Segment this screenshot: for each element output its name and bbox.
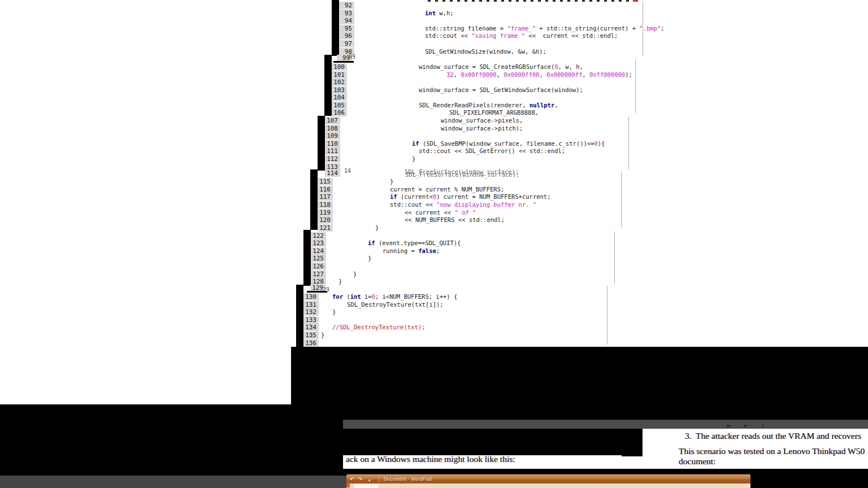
titlebar-separator bbox=[379, 476, 379, 482]
line-number: 111 bbox=[325, 147, 340, 155]
code-line: } bbox=[353, 271, 357, 278]
gutter-glitch-bar bbox=[318, 116, 325, 171]
window-border-line bbox=[635, 59, 636, 113]
screenshot-stage: 9293int w,h;9495std::string filename = "… bbox=[0, 0, 868, 488]
window-border-line bbox=[621, 171, 622, 228]
line-number: 94 bbox=[339, 17, 354, 24]
code-line: << NUM_BUFFERS << std::endl; bbox=[405, 216, 505, 224]
code-line: std::cout << "now displaying buffer nr. … bbox=[390, 201, 536, 208]
line-number: 123 bbox=[311, 239, 326, 247]
gutter-glitch-bar bbox=[332, 0, 339, 56]
line-number: 119 bbox=[318, 209, 333, 216]
black-glitch-band-upper bbox=[291, 347, 868, 405]
paper-document-line: document: bbox=[679, 456, 715, 467]
line-number: 104 bbox=[332, 94, 347, 101]
line-number: 122 bbox=[311, 232, 326, 239]
code-line: } bbox=[368, 255, 371, 262]
code-line: std::cout << "saving frame " << current … bbox=[425, 32, 618, 40]
line-number: 103 bbox=[332, 86, 347, 94]
code-line: << current << " of " bbox=[405, 209, 476, 216]
gutter-glitch-bar bbox=[310, 169, 318, 230]
paper-attack-line-clipped: ack on a Windows machine might look like… bbox=[346, 454, 515, 464]
garble-underline bbox=[307, 291, 327, 293]
black-overlay-box bbox=[622, 429, 643, 456]
line-number: 136 bbox=[303, 339, 319, 347]
code-line: 32, 0x00ff0000, 0x0000ff00, 0x000000ff, … bbox=[446, 71, 632, 79]
redo-icon[interactable]: ↷ bbox=[358, 476, 362, 483]
code-line: } bbox=[390, 178, 393, 185]
code-line: SDL_RenderReadPixels(renderer, nullptr, bbox=[419, 102, 558, 109]
code-line: } bbox=[375, 224, 379, 232]
code-line: } bbox=[338, 278, 342, 285]
line-number: 108 bbox=[325, 125, 340, 132]
code-line: } bbox=[321, 332, 324, 339]
garble-underline bbox=[333, 61, 354, 63]
clipped-code-fragment-red bbox=[633, 0, 638, 2]
line-number: 126 bbox=[311, 263, 326, 270]
code-line: SDL_GetWindowSize(window, &w, &h); bbox=[425, 48, 546, 55]
line-number: 117 bbox=[318, 193, 333, 201]
line-number: 100 bbox=[332, 63, 347, 71]
wordpad-window-title: Document - WordPad bbox=[384, 476, 432, 482]
line-number: 124 bbox=[311, 247, 326, 255]
code-line: if (SDL_SaveBMP(window_surface, filename… bbox=[412, 140, 605, 147]
wordpad-window: ↶ ↷ ▾ Document - WordPad bbox=[346, 473, 750, 488]
code-line: window_surface->pixels, bbox=[441, 117, 523, 124]
line-number: 131 bbox=[303, 301, 319, 308]
line-number: 112 bbox=[325, 155, 340, 163]
garbled-number-ghost: 99 bbox=[349, 54, 355, 60]
code-line: current = current % NUM_BUFFERS; bbox=[390, 186, 504, 193]
line-number: 133 bbox=[303, 316, 319, 324]
clipped-code-line-fragment bbox=[428, 0, 632, 2]
wordpad-ribbon-strip bbox=[346, 483, 750, 488]
black-glitch-band-full bbox=[0, 404, 868, 420]
line-number: 135 bbox=[303, 332, 319, 339]
code-line: } bbox=[332, 308, 336, 316]
line-number: 101 bbox=[332, 71, 347, 79]
code-line: } bbox=[412, 155, 415, 163]
line-number: 96 bbox=[339, 32, 354, 40]
wordpad-quickbar-box[interactable] bbox=[354, 484, 379, 488]
garbled-number-ghost: 14 bbox=[344, 168, 351, 174]
black-overlay-left bbox=[343, 429, 643, 455]
line-number: 115 bbox=[318, 178, 333, 185]
line-number: 118 bbox=[318, 201, 333, 208]
black-glitch-left bbox=[0, 420, 343, 476]
code-line: if (current<0) current = NUM_BUFFERS+cur… bbox=[390, 193, 551, 201]
undo-icon[interactable]: ↶ bbox=[350, 476, 354, 483]
code-line: SDL_PIXELFORMAT_ARGB8888, bbox=[449, 109, 539, 116]
wordpad-app-button-fragment[interactable] bbox=[346, 483, 350, 487]
line-number: 127 bbox=[311, 271, 326, 278]
window-border-line bbox=[614, 232, 615, 284]
paper-scenario-line: This scenario was tested on a Lenovo Thi… bbox=[679, 446, 865, 456]
line-number: 93 bbox=[339, 10, 354, 17]
code-line: std::cout << SDL_GetError() << std::endl… bbox=[419, 147, 565, 155]
line-number: 95 bbox=[339, 25, 354, 32]
line-number: 102 bbox=[332, 79, 347, 86]
garbled-code-line: SDL_FreeSurface(window_surface); bbox=[405, 171, 519, 178]
line-number: 107 bbox=[325, 117, 340, 124]
code-line: std::string filename = "frame_" + std::t… bbox=[425, 25, 665, 32]
code-line: //SDL_DestroyTexture(txt); bbox=[332, 324, 425, 331]
line-number: 92 bbox=[339, 2, 354, 9]
line-number: 120 bbox=[318, 216, 333, 224]
code-line: window_surface = SDL_GetWindowSurface(wi… bbox=[419, 86, 583, 94]
code-line: if (event.type==SDL_QUIT){ bbox=[368, 239, 461, 247]
code-line: int w,h; bbox=[425, 10, 454, 17]
code-line: window_surface->pitch); bbox=[441, 125, 523, 132]
line-number: 132 bbox=[303, 308, 319, 316]
code-line: running = false; bbox=[383, 247, 440, 255]
wordpad-titlebar[interactable]: ↶ ↷ ▾ Document - WordPad bbox=[346, 474, 750, 483]
line-number: 121 bbox=[318, 224, 333, 232]
line-number: 106 bbox=[332, 109, 347, 116]
paper-page-region: g p y 3. The attacker reads out the VRAM… bbox=[343, 420, 868, 488]
line-number: 110 bbox=[325, 140, 340, 147]
line-number: 97 bbox=[339, 40, 354, 47]
bottom-gray-bar bbox=[0, 476, 346, 488]
line-number: 109 bbox=[325, 132, 340, 140]
window-border-line bbox=[628, 117, 629, 169]
garbled-line-number: 114 bbox=[325, 170, 340, 177]
gutter-glitch-bar bbox=[324, 55, 332, 116]
window-border-line bbox=[607, 286, 607, 345]
line-number: 134 bbox=[303, 324, 319, 331]
